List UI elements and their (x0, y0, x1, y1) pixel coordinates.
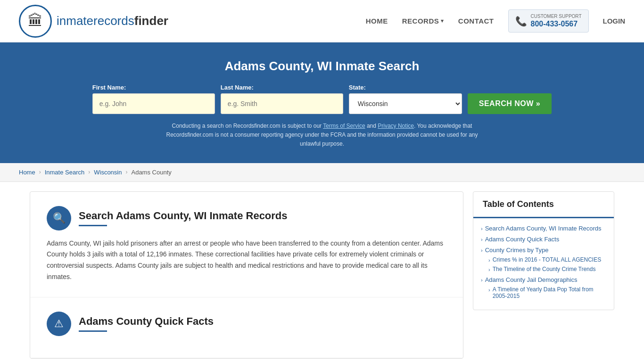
support-text: CUSTOMER SUPPORT 800-433-0567 (531, 14, 582, 28)
toc-sub-4: › A Timeline of Yearly Data Pop Total fr… (488, 286, 606, 299)
state-select[interactable]: Wisconsin (349, 93, 462, 114)
search-icon: 🔍 (47, 206, 71, 230)
toc-sub-item-3-2: › The Timeline of the County Crime Trend… (488, 266, 606, 272)
section-inmate-records: 🔍 Search Adams County, WI Inmate Records… (30, 192, 463, 297)
toc-list: › Search Adams County, WI Inmate Records… (473, 218, 614, 310)
breadcrumb-sep-2: › (88, 169, 90, 175)
privacy-link[interactable]: Privacy Notice (378, 123, 414, 129)
toc-sub-3: › Crimes % in 2016 - TOTAL ALL AGENCIES … (488, 256, 606, 272)
nav-home[interactable]: HOME (366, 17, 388, 25)
customer-support-box: 📞 CUSTOMER SUPPORT 800-433-0567 (508, 9, 589, 33)
tos-link[interactable]: Terms of Service (323, 123, 365, 129)
breadcrumb-current: Adams County (131, 169, 171, 176)
main-content: 🔍 Search Adams County, WI Inmate Records… (20, 191, 624, 359)
state-label: State: (349, 84, 366, 91)
breadcrumb-home[interactable]: Home (19, 169, 35, 176)
phone-icon: 📞 (515, 16, 527, 27)
login-button[interactable]: LOGIN (603, 17, 626, 25)
breadcrumb-inner: Home › Inmate Search › Wisconsin › Adams… (19, 169, 625, 176)
toc-sub-label-3-2: The Timeline of the County Crime Trends (493, 266, 596, 272)
section2-header: ⚠ Adams County Quick Facts (47, 312, 446, 336)
toc-label-4: Adams County Jail Demographics (485, 276, 578, 283)
toc-sub-link-3-1[interactable]: › Crimes % in 2016 - TOTAL ALL AGENCIES (488, 256, 606, 263)
logo-inmate: inmaterecords (57, 14, 134, 28)
section-quick-facts: ⚠ Adams County Quick Facts (30, 297, 463, 358)
toc-box: Table of Contents › Search Adams County,… (473, 191, 614, 310)
toc-sub-link-4-1[interactable]: › A Timeline of Yearly Data Pop Total fr… (488, 286, 606, 299)
toc-item-3: › County Crimes by Type › Crimes % in 20… (481, 247, 606, 272)
nav-contact[interactable]: CONTACT (458, 17, 494, 25)
last-name-group: Last Name: (221, 84, 343, 114)
breadcrumb: Home › Inmate Search › Wisconsin › Adams… (0, 163, 644, 182)
toc-item-2: › Adams County Quick Facts (481, 236, 606, 243)
search-button[interactable]: SEARCH NOW » (468, 93, 552, 114)
disclaimer-text: Conducting a search on Recordsfinder.com… (157, 122, 487, 149)
chevron-down-icon: ▾ (441, 18, 444, 24)
support-label: CUSTOMER SUPPORT (531, 14, 582, 19)
chevron-icon-3: › (481, 247, 483, 253)
main-nav: HOME RECORDS ▾ CONTACT 📞 CUSTOMER SUPPOR… (366, 9, 625, 33)
logo-icon: 🏛 (19, 5, 52, 38)
section2-title: Adams County Quick Facts (79, 315, 214, 328)
breadcrumb-sep-3: › (125, 169, 127, 175)
section1-title: Search Adams County, WI Inmate Records (79, 210, 288, 222)
toc-label-3: County Crimes by Type (485, 247, 549, 254)
toc-sub-link-3-2[interactable]: › The Timeline of the County Crime Trend… (488, 266, 606, 272)
logo-area: 🏛 inmaterecordsfinder (19, 5, 168, 38)
chevron-icon-3-1: › (488, 257, 490, 263)
toc-link-4[interactable]: › Adams County Jail Demographics (481, 276, 606, 283)
section1-title-block: Search Adams County, WI Inmate Records (79, 210, 288, 226)
page-title: Adams County, WI Inmate Search (19, 59, 625, 74)
site-header: 🏛 inmaterecordsfinder HOME RECORDS ▾ CON… (0, 0, 644, 42)
search-banner: Adams County, WI Inmate Search First Nam… (0, 42, 644, 163)
chevron-icon-4: › (481, 277, 483, 283)
toc-link-1[interactable]: › Search Adams County, WI Inmate Records (481, 225, 606, 232)
chevron-icon-4-1: › (488, 287, 490, 293)
toc-label-2: Adams County Quick Facts (485, 236, 560, 243)
toc-sub-label-3-1: Crimes % in 2016 - TOTAL ALL AGENCIES (493, 256, 602, 263)
toc-link-2[interactable]: › Adams County Quick Facts (481, 236, 606, 243)
chevron-icon-2: › (481, 237, 483, 242)
state-group: State: Wisconsin (349, 84, 462, 114)
toc-item-1: › Search Adams County, WI Inmate Records (481, 225, 606, 232)
section2-title-block: Adams County Quick Facts (79, 315, 214, 332)
toc-sub-item-4-1: › A Timeline of Yearly Data Pop Total fr… (488, 286, 606, 299)
nav-records[interactable]: RECORDS ▾ (402, 17, 444, 25)
section2-underline (79, 330, 107, 332)
support-number: 800-433-0567 (531, 19, 582, 28)
first-name-group: First Name: (92, 84, 215, 114)
toc-sub-label-4-1: A Timeline of Yearly Data Pop Total from… (493, 286, 606, 299)
article: 🔍 Search Adams County, WI Inmate Records… (30, 191, 463, 359)
section1-body: Adams County, WI jails hold prisoners af… (47, 238, 446, 283)
last-name-input[interactable] (221, 93, 343, 114)
toc-title: Table of Contents (473, 192, 614, 218)
breadcrumb-inmate-search[interactable]: Inmate Search (45, 169, 85, 176)
building-icon: 🏛 (28, 12, 43, 30)
sidebar: Table of Contents › Search Adams County,… (473, 191, 614, 359)
logo-finder: finder (134, 14, 168, 28)
logo-text: inmaterecordsfinder (57, 14, 168, 28)
chevron-icon-3-2: › (488, 267, 490, 272)
toc-link-3[interactable]: › County Crimes by Type (481, 247, 606, 254)
section1-underline (79, 225, 107, 226)
first-name-input[interactable] (92, 93, 215, 114)
toc-label-1: Search Adams County, WI Inmate Records (485, 225, 602, 232)
section1-header: 🔍 Search Adams County, WI Inmate Records (47, 206, 446, 230)
toc-item-4: › Adams County Jail Demographics › A Tim… (481, 276, 606, 299)
last-name-label: Last Name: (221, 84, 254, 91)
breadcrumb-wisconsin[interactable]: Wisconsin (94, 169, 122, 176)
alert-icon: ⚠ (47, 312, 71, 336)
breadcrumb-sep-1: › (39, 169, 41, 175)
search-form: First Name: Last Name: State: Wisconsin … (19, 84, 625, 114)
toc-sub-item-3-1: › Crimes % in 2016 - TOTAL ALL AGENCIES (488, 256, 606, 263)
chevron-icon-1: › (481, 226, 483, 231)
first-name-label: First Name: (92, 84, 126, 91)
